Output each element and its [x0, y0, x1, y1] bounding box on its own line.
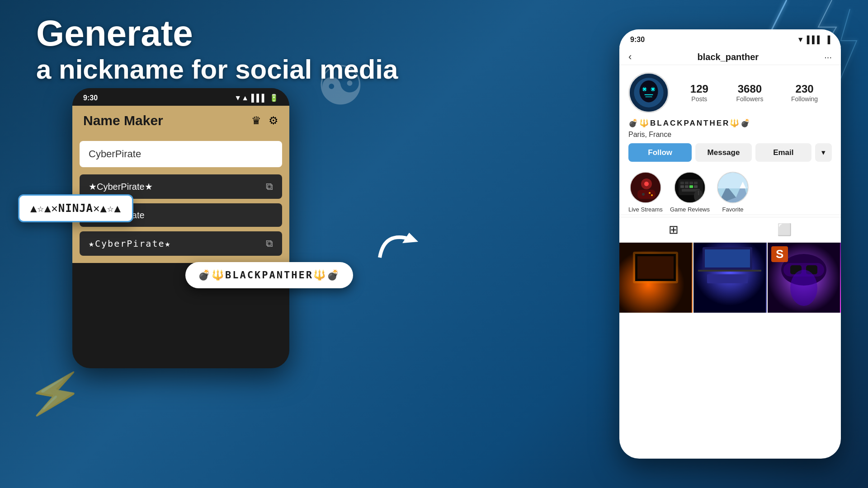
copy-icon-1[interactable]: ⧉ — [266, 181, 273, 192]
svg-rect-40 — [637, 256, 674, 279]
panther-badge-text: 💣🔱BLACKPANTHER🔱💣 — [198, 269, 340, 281]
svg-point-16 — [642, 193, 645, 196]
following-label: Following — [791, 95, 818, 103]
email-button[interactable]: Email — [755, 143, 811, 162]
signal-icon: ▌▌▌ — [251, 94, 267, 102]
profile-avatar — [628, 72, 669, 113]
svg-point-17 — [649, 192, 651, 194]
svg-rect-24 — [694, 182, 698, 184]
story-live-circle — [630, 172, 661, 203]
left-time: 9:30 — [83, 94, 98, 102]
left-app-header: Name Maker ♛ ⚙ — [72, 106, 289, 136]
right-status-icons: ▼ ▌▌▌ ▐ — [797, 36, 830, 44]
story-fav-circle — [717, 172, 749, 203]
display-name: 💣🔱BLACKPANTHER🔱💣 — [628, 119, 751, 127]
followers-count: 3680 — [738, 83, 762, 95]
crown-icon[interactable]: ♛ — [251, 114, 261, 127]
header-icons: ♛ ⚙ — [251, 114, 278, 127]
story-live-streams[interactable]: Live Streams — [628, 172, 663, 213]
vr-badge: S — [771, 246, 788, 262]
svg-rect-22 — [685, 182, 689, 184]
right-wifi-icon: ▼ — [797, 36, 804, 44]
svg-point-18 — [651, 194, 653, 196]
battery-icon: 🔋 — [269, 94, 278, 102]
wifi-icon: ▼▲ — [234, 94, 249, 102]
stories-row: Live Streams — [619, 168, 841, 215]
following-stat: 230 Following — [791, 83, 818, 103]
story-favorite[interactable]: Favorite — [717, 172, 749, 213]
dropdown-button[interactable]: ▾ — [815, 143, 832, 162]
person-tab[interactable]: ⬜ — [777, 223, 792, 237]
photo-cell-1 — [619, 243, 693, 313]
story-game-circle — [674, 172, 706, 203]
result-text-1: ★CyberPirate★ — [89, 181, 153, 192]
svg-rect-23 — [689, 182, 693, 184]
right-phone-mockup: 9:30 ▼ ▌▌▌ ▐ ‹ black_panther ··· — [619, 29, 841, 459]
story-game-label: Game Reviews — [670, 206, 710, 213]
svg-rect-44 — [705, 249, 750, 267]
back-button[interactable]: ‹ — [628, 51, 632, 63]
photo-cell-2 — [693, 243, 767, 313]
right-status-bar: 9:30 ▼ ▌▌▌ ▐ — [619, 29, 841, 47]
left-status-bar: 9:30 ▼▲ ▌▌▌ 🔋 — [72, 88, 289, 106]
settings-icon[interactable]: ⚙ — [269, 114, 278, 127]
profile-location: Paris, France — [619, 130, 841, 143]
story-live-label: Live Streams — [628, 206, 663, 213]
svg-rect-15 — [637, 190, 656, 199]
left-phone-mockup: 9:30 ▼▲ ▌▌▌ 🔋 Name Maker ♛ ⚙ CyberPirate… — [72, 88, 289, 368]
panther-badge: 💣🔱BLACKPANTHER🔱💣 — [185, 262, 353, 288]
result-text-3: ★CyberPirate★ — [89, 238, 171, 249]
grid-tab[interactable]: ⊞ — [669, 223, 679, 237]
svg-rect-26 — [685, 185, 689, 188]
ninja-badge-text: ▲☆▲✕NINJA✕▲☆▲ — [30, 202, 121, 215]
photo-grid: S — [619, 243, 841, 313]
profile-username: black_panther — [698, 52, 759, 62]
more-options-button[interactable]: ··· — [824, 52, 832, 62]
svg-rect-27 — [689, 185, 693, 188]
svg-rect-28 — [694, 185, 698, 188]
input-area: CyberPirate — [72, 136, 289, 174]
profile-stats-row: 129 Posts 3680 Followers 230 Following — [619, 65, 841, 117]
svg-rect-45 — [707, 274, 748, 283]
posts-label: Posts — [691, 95, 707, 103]
followers-stat: 3680 Followers — [736, 83, 763, 103]
profile-header: ‹ black_panther ··· — [619, 47, 841, 65]
follow-button[interactable]: Follow — [628, 143, 692, 162]
story-game-reviews[interactable]: Game Reviews — [670, 172, 710, 213]
right-battery-icon: ▐ — [825, 36, 830, 44]
profile-name: 💣🔱BLACKPANTHER🔱💣 — [619, 117, 841, 130]
svg-point-14 — [644, 182, 649, 186]
message-button[interactable]: Message — [695, 143, 751, 162]
right-time: 9:30 — [630, 36, 645, 44]
left-status-icons: ▼▲ ▌▌▌ 🔋 — [234, 94, 278, 102]
arrow-decoration — [371, 212, 425, 267]
hero-line1: Generate — [36, 14, 398, 53]
right-signal-icon: ▌▌▌ — [807, 36, 822, 44]
ninja-badge: ▲☆▲✕NINJA✕▲☆▲ — [18, 194, 133, 222]
posts-count: 129 — [690, 83, 708, 95]
tab-bar: ⊞ ⬜ — [619, 217, 841, 243]
svg-point-3 — [639, 80, 658, 103]
story-fav-label: Favorite — [722, 206, 744, 213]
followers-label: Followers — [736, 95, 763, 103]
copy-icon-3[interactable]: ⧉ — [266, 238, 273, 249]
svg-rect-21 — [680, 182, 684, 184]
app-title: Name Maker — [83, 113, 163, 128]
photo-cell-3: S — [768, 243, 841, 313]
svg-point-51 — [790, 270, 817, 306]
following-count: 230 — [796, 83, 814, 95]
svg-rect-25 — [680, 185, 684, 188]
posts-stat: 129 Posts — [690, 83, 708, 103]
svg-rect-42 — [698, 270, 761, 272]
lightning-bolt-icon: ⚡ — [23, 362, 88, 425]
stats-numbers: 129 Posts 3680 Followers 230 Following — [676, 83, 832, 103]
action-buttons: Follow Message Email ▾ — [619, 143, 841, 168]
result-item-3: ★CyberPirate★ ⧉ — [80, 231, 282, 256]
name-input[interactable]: CyberPirate — [80, 141, 282, 167]
